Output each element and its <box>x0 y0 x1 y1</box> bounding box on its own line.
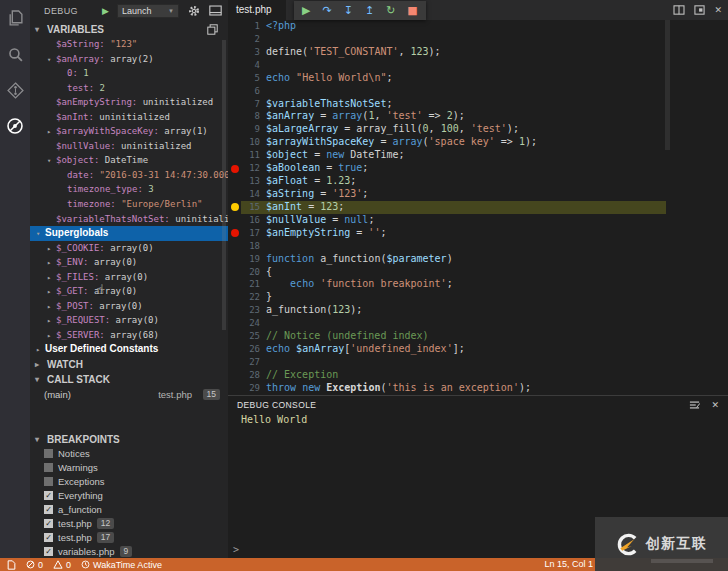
breakpoint-checkbox[interactable] <box>44 463 53 472</box>
variable-row[interactable]: timezone: "Europe/Berlin" <box>30 197 228 212</box>
code-line[interactable]: 22} <box>228 291 728 304</box>
code-line[interactable]: 29throw new Exception('this is an except… <box>228 382 728 395</box>
debug-icon[interactable] <box>0 108 30 144</box>
code-line[interactable]: 9$aLargeArray = array_fill(0, 100, 'test… <box>228 123 728 136</box>
code-line[interactable]: 27 <box>228 356 728 369</box>
code-line[interactable]: 11$object = new DateTime; <box>228 149 728 162</box>
code-line[interactable]: 24 <box>228 317 728 330</box>
variable-row[interactable]: ▸$_REQUEST: array(0) <box>30 313 228 328</box>
breakpoint-checkbox[interactable]: ✓ <box>44 533 53 542</box>
warning-status[interactable]: 0 <box>53 560 71 570</box>
toggle-debug-console-icon[interactable] <box>209 5 222 16</box>
close-panel-icon[interactable]: ✕ <box>711 400 719 410</box>
breakpoint-row[interactable]: ✓variables.php9 <box>30 544 228 558</box>
code-line[interactable]: 16$nullValue = null; <box>228 214 728 227</box>
variable-row[interactable]: timezone_type: 3 <box>30 182 228 197</box>
editor-scrollbar[interactable] <box>665 20 670 150</box>
explorer-icon[interactable] <box>0 0 30 36</box>
restart-icon[interactable]: ↻ <box>386 1 395 20</box>
breakpoint-row[interactable]: Notices <box>30 446 228 460</box>
code-line[interactable]: 15$anInt = 123; <box>228 201 728 214</box>
code-line[interactable]: 23a_function(123); <box>228 304 728 317</box>
code-line[interactable]: 12$aBoolean = true; <box>228 162 728 175</box>
breakpoint-checkbox[interactable]: ✓ <box>44 505 53 514</box>
call-stack-frame[interactable]: (main) test.php 15 <box>30 387 228 402</box>
launch-config-dropdown[interactable]: Launch ▼ <box>117 4 179 18</box>
stop-icon[interactable]: ■ <box>407 1 417 20</box>
call-stack-section-header[interactable]: ▾ CALL STACK <box>30 372 228 387</box>
variable-row[interactable]: ▾$anArray: array(2) <box>30 52 228 67</box>
configure-launch-icon[interactable] <box>188 5 200 17</box>
breakpoint-row[interactable]: ✓test.php12 <box>30 516 228 530</box>
code-line[interactable]: 25// Notice (undefined index) <box>228 330 728 343</box>
toggle-layout-icon[interactable] <box>694 1 705 19</box>
breakpoint-row[interactable]: ✓test.php17 <box>30 530 228 544</box>
code-line[interactable]: 5echo "Hello World\n"; <box>228 72 728 85</box>
variable-row[interactable]: ▸$arrayWithSpaceKey: array(1) <box>30 124 228 139</box>
code-line[interactable]: 2 <box>228 33 728 46</box>
variable-row[interactable]: $aString: "123" <box>30 37 228 52</box>
breakpoint-checkbox[interactable] <box>44 449 53 458</box>
cursor-position[interactable]: Ln 15, Col 1 <box>544 558 593 571</box>
variable-row[interactable]: ▾$object: DateTime <box>30 153 228 168</box>
variable-row[interactable]: ▸$_COOKIE: array(0) <box>30 241 228 256</box>
start-debugging-icon[interactable]: ▶ <box>102 6 109 16</box>
breakpoint-icon[interactable] <box>231 229 239 237</box>
code-line[interactable]: 10$arrayWithSpaceKey = array('space key'… <box>228 136 728 149</box>
clear-console-icon[interactable] <box>689 396 700 414</box>
code-line[interactable]: 17$anEmptyString = ''; <box>228 227 728 240</box>
variable-row[interactable]: $nullValue: uninitialized <box>30 139 228 154</box>
code-line[interactable]: 7$variableThatsNotSet; <box>228 98 728 111</box>
code-line[interactable]: 3define('TEST_CONSTANT', 123); <box>228 46 728 59</box>
breakpoint-icon[interactable] <box>231 165 239 173</box>
breakpoint-checkbox[interactable]: ✓ <box>44 519 53 528</box>
breakpoint-row[interactable]: Warnings <box>30 460 228 474</box>
variable-row[interactable]: 0: 1 <box>30 66 228 81</box>
code-line[interactable]: 20{ <box>228 266 728 279</box>
tab-test-php[interactable]: test.php <box>228 0 286 20</box>
step-out-icon[interactable]: ↥ <box>365 1 374 20</box>
code-line[interactable]: 8$anArray = array(1, 'test' => 2); <box>228 110 728 123</box>
variable-row[interactable]: $anInt: uninitialized <box>30 110 228 125</box>
close-editor-icon[interactable]: ✕ <box>714 5 722 15</box>
feedback-icon[interactable] <box>7 560 16 570</box>
breakpoint-checkbox[interactable] <box>44 477 53 486</box>
code-line[interactable]: 1<?php <box>228 20 728 33</box>
breakpoint-row[interactable]: ✓a_function <box>30 502 228 516</box>
source-control-icon[interactable] <box>0 72 30 108</box>
breakpoint-row[interactable]: ✓Everything <box>30 488 228 502</box>
code-line[interactable]: 14$aString = '123'; <box>228 188 728 201</box>
variable-row[interactable]: date: "2016-03-31 14:47:30.000000" <box>30 168 228 183</box>
wakatime-status[interactable]: WakaTime Active <box>81 560 162 570</box>
search-icon[interactable] <box>0 36 30 72</box>
code-line[interactable]: 26echo $anArray['undefined_index']; <box>228 343 728 356</box>
breakpoint-checkbox[interactable]: ✓ <box>44 491 53 500</box>
error-status[interactable]: 0 <box>26 560 43 570</box>
code-line[interactable]: 4 <box>228 59 728 72</box>
variable-row[interactable]: $variableThatsNotSet: uninitialized <box>30 212 228 227</box>
code-line[interactable]: 28// Exception <box>228 369 728 382</box>
variable-row[interactable]: ▸User Defined Constants <box>30 342 228 357</box>
variable-row[interactable]: $anEmptyString: uninitialized <box>30 95 228 110</box>
breakpoint-checkbox[interactable]: ✓ <box>44 547 53 556</box>
code-line[interactable]: 21 echo 'function breakpoint'; <box>228 278 728 291</box>
sidebar-scrollbar[interactable] <box>222 40 226 330</box>
variable-row[interactable]: test: 2 <box>30 81 228 96</box>
step-over-icon[interactable]: ↷ <box>322 1 331 20</box>
variable-row[interactable]: ▸$_SERVER: array(68) <box>30 328 228 343</box>
variable-row[interactable]: ▸$_POST: array(0) <box>30 299 228 314</box>
breakpoint-row[interactable]: Exceptions <box>30 474 228 488</box>
watch-section-header[interactable]: ▸ WATCH <box>30 357 228 372</box>
variable-row[interactable]: ▸$_FILES: array(0) <box>30 270 228 285</box>
step-into-icon[interactable]: ↧ <box>344 1 353 20</box>
variable-row[interactable]: ▾Superglobals <box>30 226 228 241</box>
code-line[interactable]: 19function a_function($parameter) <box>228 253 728 266</box>
breakpoints-section-header[interactable]: ▾ BREAKPOINTS <box>30 432 228 447</box>
split-editor-icon[interactable] <box>673 1 685 19</box>
variables-section-header[interactable]: ▾ VARIABLES <box>30 22 228 37</box>
variable-row[interactable]: ▸$_ENV: array(0) <box>30 255 228 270</box>
variable-row[interactable]: ▸$_GET: array(0) <box>30 284 228 299</box>
code-line[interactable]: 18 <box>228 240 728 253</box>
continue-icon[interactable]: ▶ <box>302 1 310 20</box>
code-line[interactable]: 13$aFloat = 1.23; <box>228 175 728 188</box>
